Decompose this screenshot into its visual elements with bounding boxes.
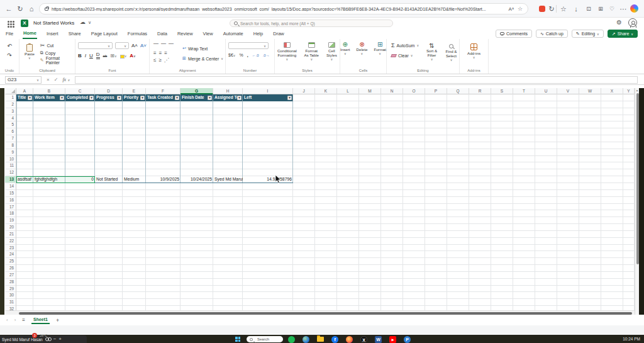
office-search-box[interactable]: Search for tools, help, and more (Alt + … [230,20,393,27]
double-underline-button[interactable]: D [96,52,100,59]
underline-button[interactable]: U [89,53,93,59]
grid-cell-D13[interactable]: Not Started [95,176,123,183]
name-box[interactable]: G23∨ [5,76,42,84]
tab-draw[interactable]: Draw [272,29,285,38]
start-button[interactable] [235,337,240,342]
horizontal-align-icons[interactable]: ≡≡≡ [153,50,176,57]
spreadsheet-grid[interactable]: Title▾Work Item▾Completed▾Progress▾Prior… [16,94,635,313]
filter-dropdown-icon[interactable]: ▾ [117,96,121,100]
autosum-button[interactable]: ΣAutoSum∨ [390,42,420,49]
firefox-icon[interactable] [346,336,353,343]
filter-dropdown-icon[interactable]: ▾ [140,96,145,100]
comments-button[interactable]: Comments [496,30,532,38]
row-header-3[interactable]: 3 [5,108,16,115]
grid-cell-B13[interactable]: fghdfghdfgh [33,176,65,183]
column-header-Q[interactable]: Q [447,88,469,94]
row-header-27[interactable]: 27 [5,272,16,279]
column-header-T[interactable]: T [513,88,535,94]
horizontal-scroll-thumb[interactable] [19,312,632,315]
tab-home[interactable]: Home [23,28,37,39]
row-header-15[interactable]: 15 [5,190,16,197]
cancel-icon[interactable]: × [47,77,50,82]
table-header-work-item[interactable]: Work Item▾ [33,94,65,101]
youtube-icon[interactable]: ▸ [389,336,396,343]
grid-cell-C13[interactable]: 0 [65,176,95,183]
font-color-button[interactable]: A∨ [130,53,135,59]
tab-share[interactable]: Share [68,29,82,38]
settings-gear-icon[interactable]: ⚙ [616,19,622,26]
taskbar-search[interactable]: Search [247,336,283,342]
horizontal-scrollbar[interactable] [5,310,635,315]
cut-button[interactable]: ✂Cut [39,42,75,49]
row-header-19[interactable]: 19 [5,217,16,224]
row-header-16[interactable]: 16 [5,197,16,204]
scroll-up-arrow[interactable]: ▲ [636,89,638,92]
column-header-V[interactable]: V [557,88,579,94]
vertical-scroll-thumb[interactable] [636,93,639,264]
tab-file[interactable]: File [5,29,14,38]
row-header-21[interactable]: 21 [5,231,16,238]
file-explorer-icon[interactable] [317,337,324,342]
title-chevron-icon[interactable]: ∨ [88,20,91,25]
column-header-L[interactable]: L [337,88,359,94]
filter-dropdown-icon[interactable]: ▾ [287,96,292,100]
favorites-bar-icon[interactable]: ☆ [558,4,569,13]
number-format-select[interactable]: ∨ [228,42,269,49]
row-header-30[interactable]: 30 [5,292,16,299]
decrease-decimal-button[interactable]: .0→ [263,53,270,57]
filter-dropdown-icon[interactable]: ▾ [60,96,64,100]
row-header-9[interactable]: 9 [5,149,16,156]
grid-cell-F13[interactable]: 10/9/2025 [146,176,180,183]
grid-cell-E13[interactable]: Medium [123,176,146,183]
strikethrough-button[interactable]: ab [103,54,108,58]
tab-view[interactable]: View [203,29,214,38]
column-header-U[interactable]: U [535,88,557,94]
tab-automate[interactable]: Automate [223,29,244,38]
percent-style-button[interactable]: % [239,53,243,57]
row-header-31[interactable]: 31 [5,299,16,306]
history-icon[interactable]: ↻ [547,4,557,13]
column-header-J[interactable]: J [293,88,315,94]
word-icon[interactable]: W [375,336,382,343]
excel-logo-icon[interactable]: X [21,20,28,27]
column-header-D[interactable]: D [95,88,123,94]
row-header-13[interactable]: 13 [5,176,16,183]
all-sheets-menu-icon[interactable]: ≡ [22,317,25,323]
column-header-S[interactable]: S [491,88,513,94]
tab-data[interactable]: Data [157,29,168,38]
row-header-5[interactable]: 5 [5,121,16,128]
account-avatar[interactable] [628,18,637,27]
column-header-K[interactable]: K [315,88,337,94]
table-header-progress[interactable]: Progress▾ [95,94,123,101]
row-header-28[interactable]: 28 [5,279,16,286]
table-header-task-created[interactable]: Task Created▾ [146,94,180,101]
column-header-P[interactable]: P [425,88,447,94]
column-header-B[interactable]: B [33,88,65,94]
column-header-M[interactable]: M [359,88,381,94]
row-header-17[interactable]: 17 [5,204,16,211]
row-header-10[interactable]: 10 [5,156,16,163]
font-name-select[interactable]: ∨ [78,42,113,49]
borders-button[interactable]: ⊞∨ [110,53,116,59]
editing-mode-button[interactable]: ✎Editing∨ [572,30,604,38]
column-header-G[interactable]: G [180,88,213,94]
table-header-left[interactable]: Left▾ [243,94,293,101]
select-all-corner[interactable] [5,88,16,94]
increase-decimal-button[interactable]: ←.0 [252,53,259,57]
table-header-title[interactable]: Title▾ [16,94,33,101]
refresh-icon[interactable]: ↻ [15,4,25,13]
formula-input[interactable] [75,76,638,84]
sheet-tab-sheet1[interactable]: Sheet1 [31,316,50,324]
grid-cell-I13[interactable]: 14.92958796 [243,176,293,183]
address-bar[interactable]: https://websoftau2023-my.sharepoint.com/… [39,3,528,14]
vertical-scrollbar[interactable]: ▲ [635,88,639,315]
row-header-23[interactable]: 23 [5,245,16,252]
catch-up-button[interactable]: ∿Catch up [536,30,568,38]
app-launcher-icon[interactable] [8,21,9,23]
browser-essentials-icon[interactable]: ♡ [607,4,617,13]
comma-style-button[interactable]: , [247,53,248,57]
sheet-nav-right-icon[interactable]: › [14,317,16,323]
clear-button[interactable]: Clear∨ [390,52,420,59]
tab-page-layout[interactable]: Page Layout [91,29,118,38]
column-header-N[interactable]: N [381,88,403,94]
